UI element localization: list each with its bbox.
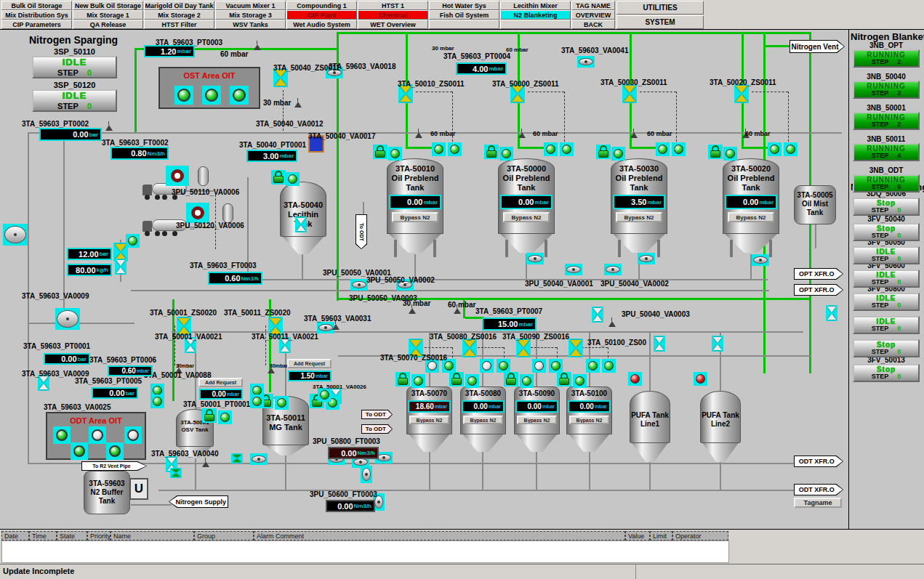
oit-lamp-button[interactable] — [202, 86, 221, 105]
purging-status-3fv-50040[interactable]: StopSTEP0 — [853, 223, 920, 241]
menu-item-htst-1[interactable]: HTST 1 — [358, 1, 428, 10]
purging-status-3fv-50013[interactable]: StopSTEP0 — [853, 364, 920, 382]
menu-item-new-bulk-oil-storage[interactable]: New Bulk Oil Storage — [73, 1, 143, 10]
menu-item-wet-audio-system[interactable]: Wet Audio System — [286, 20, 357, 29]
bypass-n2-button[interactable]: Bypass N2 — [503, 212, 550, 222]
butterfly-valve-icon[interactable] — [577, 56, 595, 68]
to-odt-banner[interactable]: To ODT — [361, 424, 393, 434]
to-odt-banner[interactable]: To ODT — [355, 214, 367, 249]
blanketing-status-3nb-opt[interactable]: RUNNINGSTEP2 — [853, 49, 920, 68]
utilities-button[interactable]: UTILITIES — [616, 1, 704, 15]
menu-item-htst-filter[interactable]: HTST Filter — [144, 20, 214, 29]
to-r2-vent-pipe-banner[interactable]: To R2 Vent Pipe — [81, 461, 147, 471]
sparging-status-3sp-50110[interactable]: IDLESTEP0 — [32, 56, 117, 78]
menu-item-mix-storage-3[interactable]: Mix Storage 3 — [215, 10, 286, 20]
menu-item-cip-parameters[interactable]: CIP Parameters — [1, 20, 72, 29]
shutoff-valve-icon[interactable] — [462, 339, 477, 357]
control-valve-icon[interactable] — [826, 305, 837, 321]
butterfly-valve-icon[interactable] — [565, 264, 582, 275]
bypass-n2-button[interactable]: Bypass N2 — [409, 416, 449, 424]
control-valve-icon[interactable] — [712, 336, 723, 352]
control-valve-icon[interactable] — [592, 307, 603, 323]
bypass-n2-button[interactable]: Bypass N2 — [728, 212, 774, 222]
menu-item-fish-oil-system[interactable]: Fish Oil System — [429, 10, 499, 20]
nitrogen-vent-banner[interactable]: Nitrogen Vent — [790, 40, 845, 53]
tagname-button[interactable]: Tagname — [794, 498, 842, 508]
opt-xfr-o-banner[interactable]: OPT XFR.O — [794, 268, 843, 280]
system-button[interactable]: SYSTEM — [616, 15, 704, 29]
shutoff-valve-icon[interactable] — [734, 84, 749, 103]
oit-lamp-button[interactable] — [230, 86, 249, 105]
butterfly-valve-icon[interactable] — [350, 279, 368, 291]
nitrogen-supply-banner[interactable]: Nitrogen Supply — [169, 495, 228, 508]
menu-item-mix-distribution-sys[interactable]: Mix Distribution Sys — [1, 10, 72, 20]
oit-lamp-button[interactable] — [53, 426, 71, 444]
blanketing-status-3nb-odt[interactable]: RUNNINGSTEP5 — [853, 174, 920, 193]
shutoff-valve-icon[interactable] — [622, 84, 637, 103]
butterfly-valve-icon[interactable] — [250, 453, 268, 465]
menu-item-mix-storage-2[interactable]: Mix Storage 2 — [144, 10, 214, 20]
oit-lamp-button[interactable] — [174, 86, 193, 105]
opt-xfr-o-banner[interactable]: OPT XFR.O — [794, 284, 843, 296]
green-valve-icon[interactable] — [231, 453, 243, 463]
main-valve-icon[interactable] — [55, 308, 80, 330]
blanketing-status-3nb-50040[interactable]: RUNNINGSTEP2 — [853, 81, 920, 99]
control-valve-icon[interactable] — [115, 259, 126, 275]
purging-status-unit[interactable]: StopSTEP0 — [853, 339, 920, 357]
blanketing-status-3nb-50001[interactable]: RUNNINGSTEP2 — [853, 112, 920, 130]
blanketing-status-3nb-50011[interactable]: RUNNINGSTEP4 — [853, 143, 920, 161]
main-valve-icon[interactable] — [3, 224, 28, 246]
nav-back-button[interactable]: BACK — [571, 20, 615, 29]
menu-item-hot-water-sys[interactable]: Hot Water Sys — [429, 1, 499, 10]
control-valve-icon[interactable] — [654, 336, 665, 352]
menu-item-bulk-oil-storage[interactable]: Bulk Oil Storage — [1, 1, 72, 10]
sparging-status-3sp-50120[interactable]: IDLESTEP0 — [32, 89, 117, 112]
shutoff-valve-icon[interactable] — [569, 339, 583, 357]
oit-lamp-button[interactable] — [106, 442, 124, 460]
menu-item-chemical[interactable]: Chemical — [358, 10, 428, 20]
bypass-n2-button[interactable]: Bypass N2 — [517, 416, 557, 424]
tag-label: 3TA_59603_VA0041 — [561, 47, 628, 54]
nav-overview-button[interactable]: OVERVIEW — [571, 10, 615, 20]
menu-item-cip-plant[interactable]: CIP Plant — [286, 10, 357, 20]
menu-item-vacuum-mixer-1[interactable]: Vacuum Mixer 1 — [215, 1, 286, 10]
menu-item-mix-storage-1[interactable]: Mix Storage 1 — [73, 10, 143, 20]
odt-xfr-o-banner[interactable]: ODT XFR.O — [794, 455, 843, 467]
menu-item-n2-blanketing[interactable]: N2 Blanketing — [500, 10, 571, 20]
add-request-button[interactable]: Add Request — [198, 378, 243, 387]
butterfly-valve-icon[interactable] — [638, 253, 655, 264]
add-request-button[interactable]: Add Request — [287, 359, 332, 368]
purging-status-3dq-50006[interactable]: StopSTEP0 — [853, 198, 920, 216]
menu-item-marigold-oil-day-tank[interactable]: Marigold Oil Day Tank — [144, 1, 214, 10]
bypass-n2-button[interactable]: Bypass N2 — [616, 212, 662, 222]
menu-item-wsv-tanks[interactable]: WSV Tanks — [215, 20, 286, 29]
display-unit: bar — [78, 356, 87, 363]
purging-status-3fv-50800[interactable]: IDLESTEP0 — [853, 293, 920, 311]
purging-status-unit[interactable]: IDLESTEP0 — [853, 316, 920, 334]
menu-item-qa-release[interactable]: QA Release — [73, 20, 143, 29]
oit-lamp-button[interactable] — [89, 426, 106, 444]
bypass-n2-button[interactable]: Bypass N2 — [463, 416, 503, 424]
pump-icon[interactable] — [186, 203, 209, 223]
control-valve-icon[interactable] — [295, 216, 307, 232]
menu-item-compounding-1[interactable]: Compounding 1 — [286, 1, 357, 10]
nav-tag-name-button[interactable]: TAG NAME — [571, 1, 615, 10]
bypass-n2-button[interactable]: Bypass N2 — [392, 212, 438, 222]
butterfly-valve-icon[interactable] — [526, 253, 544, 264]
to-odt-banner[interactable]: To ODT — [361, 410, 393, 419]
vessel-label: PUFA Tank — [630, 411, 670, 419]
pump-icon[interactable] — [166, 166, 189, 186]
oit-lamp-button[interactable] — [124, 426, 142, 444]
purging-status-3fv-50600[interactable]: IDLESTEP0 — [853, 270, 920, 288]
butterfly-valve-icon[interactable] — [604, 264, 622, 275]
shutoff-valve-icon[interactable] — [516, 339, 531, 357]
butterfly-valve-icon[interactable] — [361, 466, 372, 483]
odt-xfr-o-banner[interactable]: ODT XFR.O — [794, 484, 843, 495]
bypass-n2-button[interactable]: Bypass N2 — [569, 416, 609, 424]
oit-lamp-button[interactable] — [71, 442, 88, 460]
menu-item-lecithin-mixer[interactable]: Lecithin Mixer — [500, 1, 571, 10]
butterfly-valve-icon[interactable] — [752, 254, 769, 266]
green-valve-icon[interactable] — [170, 468, 182, 478]
menu-item-wet-overview[interactable]: WET Overview — [358, 20, 428, 29]
purging-status-3fv-50050[interactable]: IDLESTEP0 — [853, 246, 920, 264]
